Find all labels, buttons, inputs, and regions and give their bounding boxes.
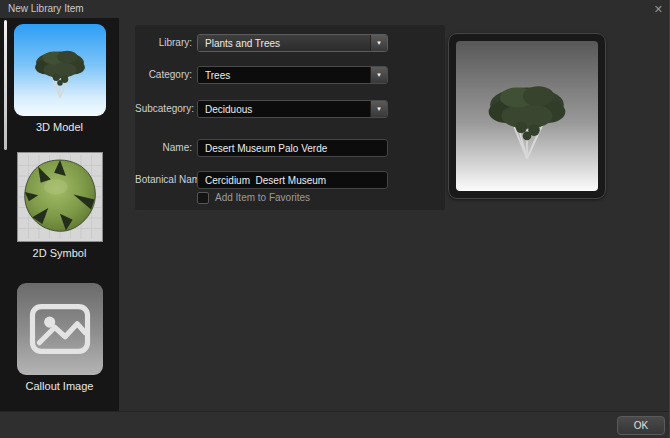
2d-symbol-thumbnail xyxy=(17,152,103,242)
preview-frame xyxy=(448,33,606,199)
library-dropdown[interactable]: Plants and Trees ▼ xyxy=(197,34,388,52)
plant-symbol-icon xyxy=(18,153,102,241)
botanical-name-label: Botanical Name: xyxy=(135,174,192,185)
image-placeholder-icon xyxy=(17,283,103,375)
chevron-down-icon[interactable]: ▼ xyxy=(370,101,387,117)
category-label: Category: xyxy=(135,69,192,80)
category-dropdown[interactable]: Trees ▼ xyxy=(197,66,388,84)
library-value: Plants and Trees xyxy=(198,35,370,51)
sidebar-item-label: 2D Symbol xyxy=(0,247,119,259)
close-icon[interactable]: ✕ xyxy=(654,2,663,16)
favorites-checkbox[interactable] xyxy=(197,192,209,204)
tree-preview-icon xyxy=(456,41,598,191)
subcategory-label: Subcategory: xyxy=(135,103,192,114)
subcategory-value: Deciduous xyxy=(198,101,370,117)
sidebar-item-3d-model[interactable]: 3D Model xyxy=(0,24,119,133)
chevron-down-icon[interactable]: ▼ xyxy=(370,67,387,83)
sidebar-item-label: 3D Model xyxy=(0,121,119,133)
callout-image-thumbnail xyxy=(17,283,103,375)
sidebar: 3D Model xyxy=(0,18,119,411)
category-value: Trees xyxy=(198,67,370,83)
ok-button[interactable]: OK xyxy=(617,416,665,435)
subcategory-row: Subcategory: Deciduous ▼ xyxy=(135,100,445,118)
chevron-down-icon[interactable]: ▼ xyxy=(370,35,387,51)
tree-3d-icon xyxy=(14,24,106,116)
favorites-label: Add Item to Favorites xyxy=(215,192,310,203)
library-row: Library: Plants and Trees ▼ xyxy=(135,34,445,52)
dialog-title: New Library Item xyxy=(8,3,84,14)
titlebar: New Library Item ✕ xyxy=(0,0,669,18)
new-library-item-dialog: New Library Item ✕ xyxy=(0,0,670,438)
sidebar-item-callout-image[interactable]: Callout Image xyxy=(0,283,119,392)
footer-bar: OK xyxy=(0,411,669,438)
sidebar-item-label: Callout Image xyxy=(0,380,119,392)
favorites-row: Add Item to Favorites xyxy=(197,191,310,204)
form-panel: Library: Plants and Trees ▼ Category: Tr… xyxy=(135,25,445,210)
name-label: Name: xyxy=(135,142,192,153)
category-row: Category: Trees ▼ xyxy=(135,66,445,84)
library-label: Library: xyxy=(135,37,192,48)
name-row: Name: xyxy=(135,139,445,157)
botanical-name-row: Botanical Name: xyxy=(135,171,445,189)
botanical-name-input[interactable] xyxy=(197,171,388,189)
3d-model-thumbnail xyxy=(14,24,106,116)
tree-preview-image xyxy=(456,41,598,191)
subcategory-dropdown[interactable]: Deciduous ▼ xyxy=(197,100,388,118)
name-input[interactable] xyxy=(197,139,388,157)
sidebar-item-2d-symbol[interactable]: 2D Symbol xyxy=(0,152,119,259)
